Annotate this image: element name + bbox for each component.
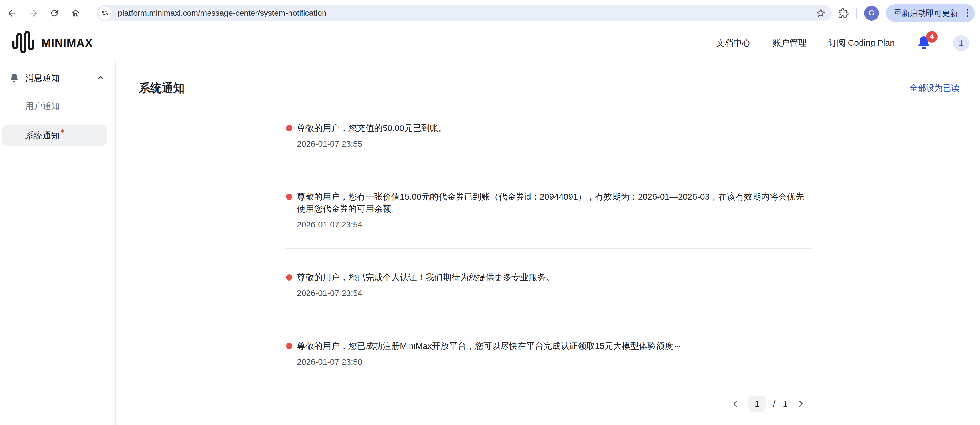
notification-list: 尊敬的用户，您充值的50.00元已到账。 2026-01-07 23:55 尊敬… bbox=[286, 122, 812, 386]
sidebar-item-user-notifications[interactable]: 用户通知 bbox=[0, 99, 115, 113]
toolbar-divider bbox=[856, 8, 857, 19]
header-notifications-button[interactable]: 4 bbox=[916, 35, 931, 51]
nav-account-link[interactable]: 账户管理 bbox=[772, 37, 807, 49]
toolbar-right-cluster: G 重新启动即可更新 bbox=[838, 4, 975, 22]
unread-dot bbox=[286, 193, 292, 200]
sidebar-item-label: 系统通知 bbox=[25, 130, 59, 141]
notification-item[interactable]: 尊敬的用户，您已完成个人认证！我们期待为您提供更多专业服务。 2026-01-0… bbox=[286, 249, 812, 317]
relaunch-update-button[interactable]: 重新启动即可更新 bbox=[886, 4, 975, 22]
notification-time: 2026-01-07 23:55 bbox=[297, 138, 447, 150]
sidebar-unread-dot bbox=[60, 129, 64, 133]
next-page-button[interactable] bbox=[795, 398, 807, 409]
notification-body: 尊敬的用户，您有一张价值15.00元的代金券已到账（代金券id：20944091… bbox=[297, 191, 812, 230]
chevron-right-icon bbox=[796, 399, 806, 409]
notification-body: 尊敬的用户，您已成功注册MiniMax开放平台，您可以尽快在平台完成认证领取15… bbox=[297, 340, 682, 368]
forward-icon bbox=[28, 8, 38, 18]
chevron-up-icon bbox=[97, 73, 105, 82]
notification-message: 尊敬的用户，您已完成个人认证！我们期待为您提供更多专业服务。 bbox=[297, 271, 554, 284]
app-nav: 文档中心 账户管理 订阅 Coding Plan 4 1 bbox=[716, 35, 969, 51]
unread-dot bbox=[286, 274, 292, 281]
browser-profile-avatar[interactable]: G bbox=[864, 6, 879, 21]
notification-time: 2026-01-07 23:54 bbox=[297, 287, 554, 299]
title-row: 系统通知 全部设为已读 bbox=[139, 80, 959, 96]
notification-time: 2026-01-07 23:50 bbox=[297, 356, 682, 368]
forward-button[interactable] bbox=[26, 6, 40, 20]
back-button[interactable] bbox=[5, 6, 19, 20]
bookmark-star-icon[interactable] bbox=[816, 8, 826, 18]
notification-message: 尊敬的用户，您有一张价值15.00元的代金券已到账（代金券id：20944091… bbox=[297, 191, 812, 215]
brand-wordmark: MINIMAX bbox=[41, 36, 93, 49]
nav-coding-plan-link[interactable]: 订阅 Coding Plan bbox=[828, 37, 895, 49]
nav-docs-link[interactable]: 文档中心 bbox=[716, 37, 751, 49]
relaunch-update-label: 重新启动即可更新 bbox=[894, 8, 958, 19]
sidebar-item-system-notifications[interactable]: 系统通知 bbox=[2, 125, 107, 146]
back-icon bbox=[7, 8, 17, 18]
main-panel: 系统通知 全部设为已读 尊敬的用户，您充值的50.00元已到账。 2026-01… bbox=[116, 60, 980, 425]
mark-all-read-link[interactable]: 全部设为已读 bbox=[910, 82, 959, 94]
unread-dot bbox=[286, 125, 292, 131]
pagination: 1 / 1 bbox=[286, 396, 812, 412]
content-shell: 消息通知 用户通知 系统通知 系统通知 全部设为已读 尊敬的用户，您充值的50.… bbox=[0, 60, 980, 425]
current-page-box[interactable]: 1 bbox=[748, 396, 765, 412]
address-bar[interactable]: platform.minimaxi.com/message-center/sys… bbox=[97, 5, 832, 21]
notification-item[interactable]: 尊敬的用户，您充值的50.00元已到账。 2026-01-07 23:55 bbox=[286, 122, 812, 168]
notification-time: 2026-01-07 23:54 bbox=[297, 219, 812, 230]
app-header: MINIMAX 文档中心 账户管理 订阅 Coding Plan 4 1 bbox=[0, 26, 980, 60]
page-title: 系统通知 bbox=[139, 80, 185, 96]
browser-toolbar: platform.minimaxi.com/message-center/sys… bbox=[0, 0, 980, 26]
notification-body: 尊敬的用户，您已完成个人认证！我们期待为您提供更多专业服务。 2026-01-0… bbox=[297, 271, 554, 299]
page-separator: / bbox=[773, 399, 775, 409]
sidebar-group-label: 消息通知 bbox=[25, 72, 59, 84]
home-icon bbox=[71, 8, 80, 18]
prev-page-button[interactable] bbox=[730, 398, 741, 409]
total-pages: 1 bbox=[783, 399, 788, 409]
unread-dot bbox=[286, 343, 292, 349]
home-button[interactable] bbox=[69, 6, 83, 20]
site-info-icon bbox=[101, 10, 109, 17]
kebab-menu-icon[interactable] bbox=[964, 9, 971, 17]
notification-item[interactable]: 尊敬的用户，您已成功注册MiniMax开放平台，您可以尽快在平台完成认证领取15… bbox=[286, 317, 812, 386]
minimax-logo-icon bbox=[11, 30, 35, 57]
minimax-brand[interactable]: MINIMAX bbox=[11, 30, 93, 57]
refresh-button[interactable] bbox=[48, 6, 61, 20]
user-avatar[interactable]: 1 bbox=[953, 35, 969, 51]
site-info-chip[interactable] bbox=[99, 6, 111, 20]
sidebar: 消息通知 用户通知 系统通知 bbox=[0, 60, 116, 425]
notification-message: 尊敬的用户，您已成功注册MiniMax开放平台，您可以尽快在平台完成认证领取15… bbox=[297, 340, 682, 352]
refresh-icon bbox=[49, 8, 59, 18]
notification-body: 尊敬的用户，您充值的50.00元已到账。 2026-01-07 23:55 bbox=[297, 122, 447, 150]
extensions-puzzle-icon[interactable] bbox=[838, 8, 849, 18]
notification-message: 尊敬的用户，您充值的50.00元已到账。 bbox=[297, 122, 447, 134]
chevron-left-icon bbox=[730, 399, 740, 409]
sidebar-group-message-center[interactable]: 消息通知 bbox=[0, 71, 115, 84]
sidebar-item-label: 用户通知 bbox=[25, 100, 59, 112]
bell-icon bbox=[10, 73, 19, 82]
notification-item[interactable]: 尊敬的用户，您有一张价值15.00元的代金券已到账（代金券id：20944091… bbox=[286, 168, 812, 249]
notification-count-badge: 4 bbox=[926, 31, 938, 43]
url-text: platform.minimaxi.com/message-center/sys… bbox=[118, 9, 326, 18]
